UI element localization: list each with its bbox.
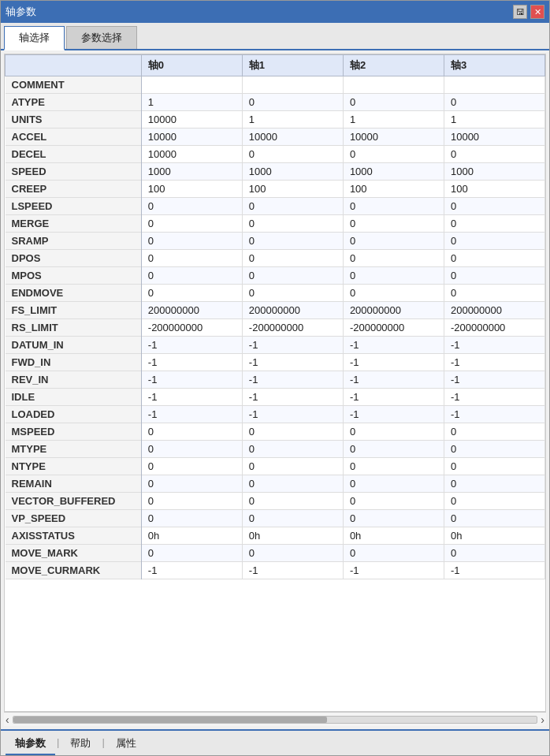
cell-ax1[interactable]: -200000000 (242, 319, 343, 337)
cell-ax1[interactable]: 0 (242, 198, 343, 215)
cell-ax1[interactable] (242, 76, 343, 94)
cell-ax2[interactable]: 0 (343, 493, 444, 510)
cell-ax0[interactable]: 0 (141, 198, 242, 215)
cell-ax2[interactable]: 0 (343, 475, 444, 493)
cell-ax2[interactable]: 0 (343, 250, 444, 267)
table-row[interactable]: REV_IN -1 -1 -1 -1 (6, 371, 545, 389)
cell-ax3[interactable]: 0 (444, 233, 544, 250)
cell-ax3[interactable]: 10000 (444, 128, 544, 146)
cell-ax2[interactable]: 10000 (343, 128, 444, 146)
cell-ax2[interactable]: 0h (343, 527, 444, 545)
cell-ax2[interactable]: 0 (343, 215, 444, 233)
bottom-tab-axis-params[interactable]: 轴参数 (6, 733, 55, 755)
cell-ax2[interactable]: 0 (343, 94, 444, 111)
table-row[interactable]: MPOS 0 0 0 0 (6, 267, 545, 285)
cell-ax3[interactable]: 0 (444, 423, 544, 441)
cell-ax2[interactable]: -1 (343, 337, 444, 354)
cell-ax1[interactable]: 0 (242, 285, 343, 302)
bottom-tab-help[interactable]: 帮助 (61, 733, 100, 755)
cell-ax1[interactable]: 0 (242, 493, 343, 510)
cell-ax2[interactable] (343, 76, 444, 94)
cell-ax3[interactable]: 0 (444, 510, 544, 527)
cell-ax1[interactable]: -1 (242, 562, 343, 579)
cell-ax3[interactable]: -1 (444, 371, 544, 389)
cell-ax2[interactable]: 0 (343, 423, 444, 441)
cell-ax1[interactable]: 0h (242, 527, 343, 545)
cell-ax2[interactable]: 1000 (343, 163, 444, 181)
table-row[interactable]: ATYPE 1 0 0 0 (6, 94, 545, 111)
cell-ax0[interactable]: -1 (141, 354, 242, 371)
cell-ax2[interactable]: 100 (343, 181, 444, 198)
table-row[interactable]: AXISSTATUS 0h 0h 0h 0h (6, 527, 545, 545)
cell-ax0[interactable]: 10000 (141, 111, 242, 128)
cell-ax0[interactable]: 1000 (141, 163, 242, 181)
cell-ax0[interactable]: -1 (141, 389, 242, 406)
cell-ax1[interactable]: 1 (242, 111, 343, 128)
cell-ax3[interactable]: 0 (444, 493, 544, 510)
table-row[interactable]: MOVE_CURMARK -1 -1 -1 -1 (6, 562, 545, 579)
table-row[interactable]: ACCEL 10000 10000 10000 10000 (6, 128, 545, 146)
cell-ax1[interactable]: 0 (242, 441, 343, 458)
table-row[interactable]: MOVE_MARK 0 0 0 0 (6, 545, 545, 562)
cell-ax0[interactable]: 10000 (141, 146, 242, 163)
cell-ax3[interactable]: 0 (444, 198, 544, 215)
cell-ax0[interactable]: -1 (141, 562, 242, 579)
cell-ax3[interactable]: 0 (444, 267, 544, 285)
table-row[interactable]: FWD_IN -1 -1 -1 -1 (6, 354, 545, 371)
tab-axis-select[interactable]: 轴选择 (4, 26, 65, 50)
cell-ax2[interactable]: 0 (343, 233, 444, 250)
table-row[interactable]: COMMENT (6, 76, 545, 94)
cell-ax0[interactable]: 10000 (141, 128, 242, 146)
cell-ax0[interactable]: 0 (141, 233, 242, 250)
table-row[interactable]: FS_LIMIT 200000000 200000000 200000000 2… (6, 302, 545, 319)
table-wrapper[interactable]: 轴0 轴1 轴2 轴3 COMMENT ATYPE 1 0 0 0 UNITS (4, 54, 546, 712)
cell-ax2[interactable]: 0 (343, 285, 444, 302)
table-row[interactable]: MSPEED 0 0 0 0 (6, 423, 545, 441)
cell-ax3[interactable]: 0 (444, 545, 544, 562)
table-row[interactable]: MERGE 0 0 0 0 (6, 215, 545, 233)
cell-ax0[interactable]: -1 (141, 371, 242, 389)
cell-ax1[interactable]: -1 (242, 371, 343, 389)
cell-ax2[interactable]: 0 (343, 146, 444, 163)
cell-ax1[interactable]: 1000 (242, 163, 343, 181)
cell-ax1[interactable]: 10000 (242, 128, 343, 146)
table-row[interactable]: NTYPE 0 0 0 0 (6, 458, 545, 475)
cell-ax3[interactable]: 0 (444, 146, 544, 163)
cell-ax3[interactable]: 200000000 (444, 302, 544, 319)
cell-ax1[interactable]: 0 (242, 423, 343, 441)
cell-ax0[interactable]: 0 (141, 493, 242, 510)
cell-ax3[interactable]: 0 (444, 94, 544, 111)
table-row[interactable]: VECTOR_BUFFERED 0 0 0 0 (6, 493, 545, 510)
cell-ax2[interactable]: -200000000 (343, 319, 444, 337)
cell-ax2[interactable]: 200000000 (343, 302, 444, 319)
table-row[interactable]: DECEL 10000 0 0 0 (6, 146, 545, 163)
cell-ax1[interactable]: 200000000 (242, 302, 343, 319)
cell-ax1[interactable]: 0 (242, 458, 343, 475)
cell-ax2[interactable]: 0 (343, 441, 444, 458)
bottom-tab-properties[interactable]: 属性 (106, 733, 146, 755)
table-row[interactable]: LSPEED 0 0 0 0 (6, 198, 545, 215)
cell-ax3[interactable]: -1 (444, 337, 544, 354)
cell-ax1[interactable]: 0 (242, 94, 343, 111)
table-row[interactable]: DATUM_IN -1 -1 -1 -1 (6, 337, 545, 354)
cell-ax0[interactable]: 0h (141, 527, 242, 545)
table-row[interactable]: CREEP 100 100 100 100 (6, 181, 545, 198)
cell-ax2[interactable]: 0 (343, 198, 444, 215)
cell-ax2[interactable]: 1 (343, 111, 444, 128)
cell-ax1[interactable]: 0 (242, 545, 343, 562)
cell-ax0[interactable]: 0 (141, 545, 242, 562)
cell-ax3[interactable]: 100 (444, 181, 544, 198)
table-row[interactable]: IDLE -1 -1 -1 -1 (6, 389, 545, 406)
cell-ax3[interactable]: 0 (444, 458, 544, 475)
table-row[interactable]: DPOS 0 0 0 0 (6, 250, 545, 267)
table-row[interactable]: VP_SPEED 0 0 0 0 (6, 510, 545, 527)
cell-ax3[interactable]: 1000 (444, 163, 544, 181)
close-button[interactable]: ✕ (530, 5, 544, 19)
cell-ax1[interactable]: 0 (242, 215, 343, 233)
cell-ax3[interactable] (444, 76, 544, 94)
cell-ax1[interactable]: 0 (242, 510, 343, 527)
cell-ax0[interactable]: 100 (141, 181, 242, 198)
cell-ax0[interactable]: 0 (141, 423, 242, 441)
cell-ax2[interactable]: -1 (343, 406, 444, 423)
tab-param-select[interactable]: 参数选择 (66, 26, 137, 49)
